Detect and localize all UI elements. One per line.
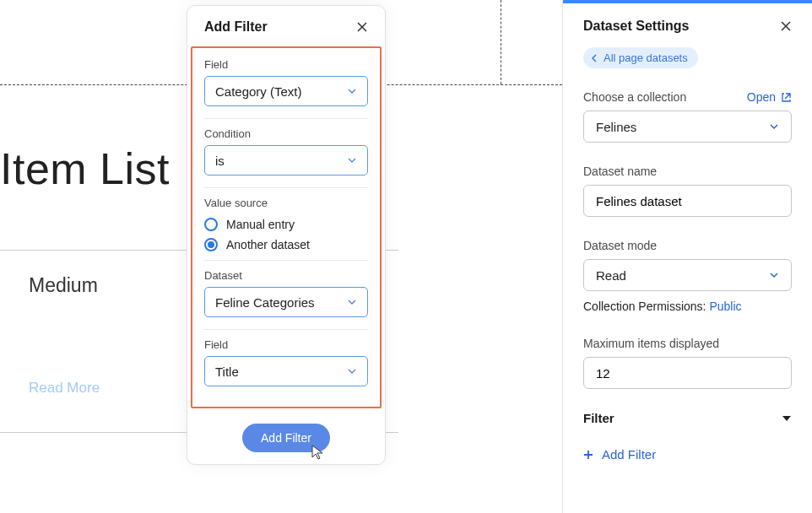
- add-filter-link[interactable]: Add Filter: [583, 447, 656, 462]
- field2-label: Field: [204, 338, 368, 351]
- sidebar-title: Dataset Settings: [583, 19, 689, 34]
- condition-select[interactable]: is: [204, 145, 368, 176]
- dataset-name-label: Dataset name: [583, 165, 792, 178]
- canvas-guide-v: [501, 0, 501, 84]
- field-select-value: Category (Text): [215, 84, 302, 99]
- dataset-settings-sidebar: Dataset Settings All page datasets Choos…: [562, 0, 812, 513]
- radio-icon-checked: [204, 238, 218, 251]
- chevron-down-icon: [769, 122, 779, 132]
- value-source-label: Value source: [204, 197, 368, 209]
- mode-value: Read: [596, 268, 626, 283]
- open-collection-link[interactable]: Open: [747, 90, 792, 104]
- caret-down-icon: [782, 413, 792, 424]
- dataset-select[interactable]: Feline Categories: [204, 287, 368, 317]
- dataset-name-input[interactable]: [583, 185, 792, 217]
- filter-config-highlight: Field Category (Text) Condition is Value…: [191, 46, 382, 408]
- radio-icon-unchecked: [204, 218, 218, 231]
- collection-select[interactable]: Felines: [583, 111, 792, 143]
- permissions-value[interactable]: Public: [709, 300, 741, 313]
- condition-label: Condition: [204, 127, 368, 140]
- close-icon[interactable]: [355, 19, 370, 35]
- page-title: Item List: [0, 143, 170, 194]
- dataset-mode-label: Dataset mode: [583, 239, 792, 252]
- close-icon[interactable]: [778, 19, 793, 34]
- radio-manual-label: Manual entry: [226, 218, 295, 231]
- field-select[interactable]: Category (Text): [204, 76, 368, 106]
- chip-label: All page datasets: [604, 51, 688, 64]
- collection-label: Choose a collection: [583, 90, 686, 104]
- chevron-down-icon: [347, 86, 357, 96]
- chevron-down-icon: [347, 366, 357, 376]
- max-items-label: Maximum items displayed: [583, 337, 792, 350]
- external-link-icon: [781, 92, 792, 103]
- radio-another-dataset[interactable]: Another dataset: [204, 238, 368, 251]
- modal-title: Add Filter: [204, 19, 268, 35]
- field2-select[interactable]: Title: [204, 356, 368, 386]
- filter-section-header[interactable]: Filter: [583, 411, 792, 425]
- dataset-mode-select[interactable]: Read: [583, 259, 792, 291]
- add-filter-modal: Add Filter Field Category (Text) Conditi…: [187, 5, 386, 465]
- cursor-icon: [310, 444, 325, 461]
- radio-another-label: Another dataset: [226, 238, 310, 251]
- plus-icon: [583, 450, 593, 460]
- permissions-row: Collection Permissions: Public: [583, 300, 792, 313]
- field-label: Field: [204, 58, 368, 71]
- dataset-select-value: Feline Categories: [215, 295, 315, 310]
- condition-select-value: is: [215, 154, 225, 168]
- chevron-down-icon: [769, 270, 779, 280]
- collection-value: Felines: [596, 120, 636, 134]
- chevron-down-icon: [347, 155, 357, 165]
- radio-manual-entry[interactable]: Manual entry: [204, 218, 368, 231]
- field2-select-value: Title: [215, 364, 239, 379]
- all-page-datasets-chip[interactable]: All page datasets: [583, 47, 698, 68]
- add-filter-button[interactable]: Add Filter: [242, 424, 330, 452]
- dataset-label: Dataset: [204, 269, 368, 282]
- max-items-input[interactable]: [583, 357, 792, 389]
- chevron-down-icon: [347, 297, 357, 307]
